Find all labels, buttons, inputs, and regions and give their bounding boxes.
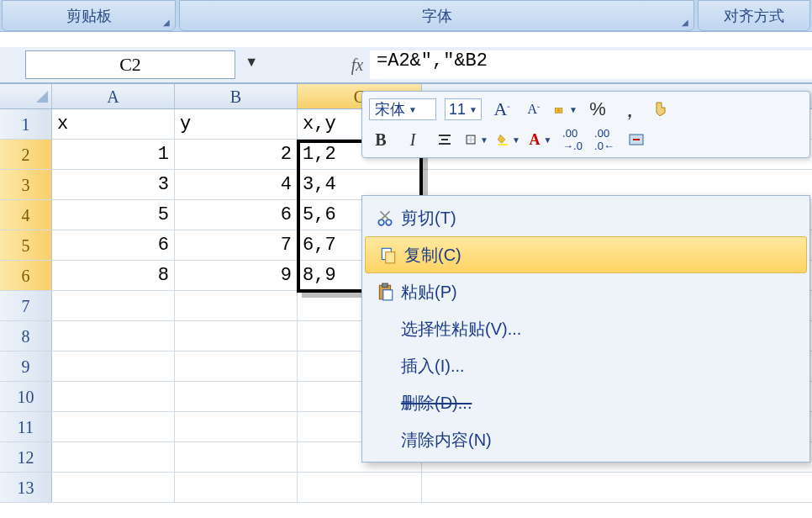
cell[interactable]: [175, 442, 298, 472]
cell[interactable]: [175, 412, 298, 441]
row-header[interactable]: 3: [0, 170, 52, 199]
italic-button[interactable]: I: [401, 129, 424, 151]
borders-button[interactable]: ▼: [465, 129, 488, 151]
row-header[interactable]: 13: [0, 473, 52, 502]
cell[interactable]: [52, 473, 175, 502]
context-menu: 剪切(T) 复制(C) 粘贴(P) 选择性粘贴(V)... 插入(I)... 删…: [361, 195, 810, 462]
grow-font-button[interactable]: Aˆ: [490, 98, 514, 120]
column-header-a[interactable]: A: [52, 84, 175, 108]
menu-item-paste[interactable]: 粘贴(P): [362, 273, 809, 310]
row-header[interactable]: 5: [0, 230, 52, 260]
cell[interactable]: [52, 291, 175, 320]
cell[interactable]: [175, 473, 298, 502]
accounting-format-button[interactable]: ▼: [554, 98, 577, 120]
cell[interactable]: 8: [52, 261, 175, 290]
cell[interactable]: [52, 442, 175, 472]
fill-color-button[interactable]: ▼: [497, 129, 520, 151]
cell[interactable]: 4: [175, 170, 298, 199]
row-header[interactable]: 8: [0, 321, 52, 351]
cell[interactable]: 9: [175, 261, 298, 290]
decrease-decimal-button[interactable]: .00.0←: [593, 129, 616, 151]
paste-icon: [369, 283, 401, 301]
cell[interactable]: [175, 382, 298, 411]
font-size-select[interactable]: 11▼: [445, 98, 482, 120]
format-painter-button[interactable]: [650, 98, 673, 120]
row-header[interactable]: 2: [0, 140, 52, 169]
shrink-font-button[interactable]: Aˇ: [522, 98, 546, 120]
menu-item-clear[interactable]: 清除内容(N): [362, 421, 809, 458]
cell[interactable]: 1: [52, 140, 175, 169]
font-name-select[interactable]: 宋体▼: [369, 98, 436, 120]
cell[interactable]: 6: [52, 230, 175, 260]
chevron-down-icon: ▼: [409, 105, 417, 114]
copy-icon: [372, 246, 404, 264]
cell[interactable]: [298, 473, 422, 502]
cell[interactable]: 5: [52, 200, 175, 230]
cell[interactable]: 7: [175, 230, 298, 260]
cell[interactable]: [175, 352, 298, 381]
row-header[interactable]: 10: [0, 382, 52, 411]
bold-button[interactable]: B: [369, 129, 393, 151]
increase-decimal-button[interactable]: .00→.0: [561, 129, 584, 151]
cell[interactable]: x: [52, 109, 175, 139]
cell[interactable]: y: [175, 109, 298, 139]
svg-point-1: [557, 108, 561, 112]
name-box[interactable]: C2 ▼: [25, 50, 235, 79]
svg-point-12: [386, 219, 392, 225]
cell[interactable]: [175, 291, 298, 320]
merge-button[interactable]: [625, 129, 648, 151]
ribbon-tabs: 剪贴板 ◢ 字体 ◢ 对齐方式: [0, 0, 812, 32]
mini-toolbar: 宋体▼ 11▼ Aˆ Aˇ ▼ % ， B I ▼ ▼ A▼ .00→.0 .0…: [361, 91, 810, 158]
row-header[interactable]: 4: [0, 200, 52, 230]
svg-point-11: [378, 219, 384, 225]
chevron-down-icon: ▼: [569, 105, 577, 114]
menu-item-cut[interactable]: 剪切(T): [362, 199, 809, 236]
ribbon-tab-clipboard[interactable]: 剪贴板 ◢: [2, 0, 176, 31]
cell[interactable]: [52, 382, 175, 411]
cell[interactable]: [52, 321, 175, 351]
cell[interactable]: 2: [175, 140, 298, 169]
cell[interactable]: 6: [175, 200, 298, 230]
row-header[interactable]: 1: [0, 109, 52, 139]
font-color-button[interactable]: A▼: [529, 129, 552, 151]
row-header[interactable]: 6: [0, 261, 52, 290]
ribbon-tab-font[interactable]: 字体 ◢: [179, 0, 693, 31]
row-header[interactable]: 7: [0, 291, 52, 320]
menu-item-copy[interactable]: 复制(C): [365, 236, 807, 273]
formula-input[interactable]: =A2&","&B2: [370, 50, 812, 79]
svg-rect-16: [386, 252, 395, 263]
formula-bar: C2 ▼ fx =A2&","&B2: [0, 47, 812, 84]
chevron-down-icon: ▼: [512, 135, 520, 145]
chevron-down-icon: ▼: [480, 135, 488, 145]
menu-item-label: 插入(I)...: [401, 355, 465, 378]
ribbon-tab-alignment[interactable]: 对齐方式: [698, 0, 810, 31]
cell[interactable]: 3: [52, 170, 175, 199]
menu-item-label: 选择性粘贴(V)...: [401, 318, 521, 341]
cell[interactable]: [52, 352, 175, 381]
menu-item-label: 删除(D)...: [401, 392, 472, 415]
cell[interactable]: [175, 321, 298, 351]
dialog-launcher-icon[interactable]: ◢: [163, 18, 170, 27]
fx-button[interactable]: fx: [345, 56, 370, 75]
cell[interactable]: [52, 412, 175, 441]
row-header[interactable]: 12: [0, 442, 52, 472]
menu-item-label: 剪切(T): [401, 207, 456, 230]
svg-rect-18: [382, 283, 388, 287]
column-header-b[interactable]: B: [175, 84, 298, 108]
menu-item-paste-special[interactable]: 选择性粘贴(V)...: [362, 310, 809, 347]
chevron-down-icon[interactable]: ▼: [245, 55, 258, 70]
menu-item-label: 清除内容(N): [401, 429, 492, 452]
row-header[interactable]: 9: [0, 352, 52, 381]
menu-item-delete[interactable]: 删除(D)...: [362, 384, 809, 421]
dialog-launcher-icon[interactable]: ◢: [682, 18, 688, 27]
name-box-value: C2: [119, 54, 141, 76]
center-align-button[interactable]: [433, 129, 456, 151]
comma-button[interactable]: ，: [618, 98, 641, 120]
menu-item-label: 粘贴(P): [401, 281, 457, 304]
menu-item-insert[interactable]: 插入(I)...: [362, 347, 809, 384]
chevron-down-icon: ▼: [469, 105, 477, 114]
row-header[interactable]: 11: [0, 412, 52, 441]
select-all-corner[interactable]: [0, 84, 52, 108]
svg-rect-19: [383, 290, 393, 300]
percent-button[interactable]: %: [586, 98, 609, 120]
